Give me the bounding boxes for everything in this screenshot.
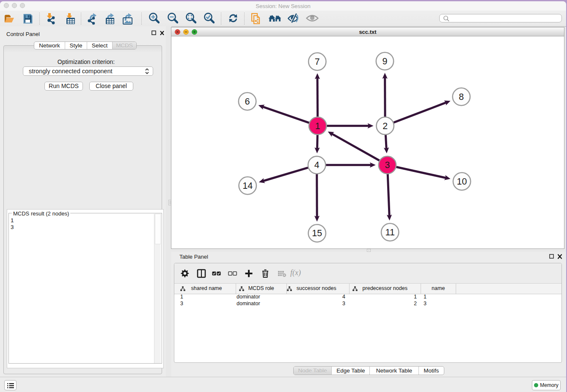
svg-text:15: 15: [312, 228, 322, 238]
svg-text:9: 9: [383, 56, 388, 66]
svg-text:11: 11: [385, 227, 395, 237]
svg-text:7: 7: [315, 57, 320, 67]
svg-text:3: 3: [385, 160, 390, 170]
svg-text:14: 14: [242, 181, 253, 191]
svg-text:4: 4: [314, 160, 319, 170]
svg-text:6: 6: [245, 97, 250, 107]
svg-text:1: 1: [315, 121, 320, 131]
svg-text:2: 2: [383, 121, 388, 131]
svg-text:10: 10: [457, 177, 467, 187]
svg-text:8: 8: [459, 92, 464, 102]
